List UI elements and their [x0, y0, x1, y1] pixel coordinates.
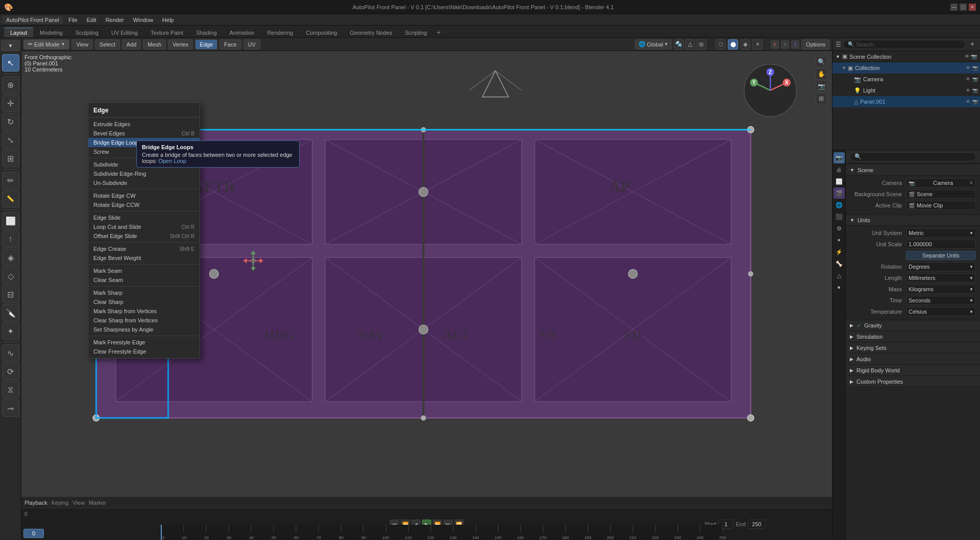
tab-animation[interactable]: Animation	[224, 28, 261, 37]
unit-system-dropdown[interactable]: Metric ▼	[906, 228, 976, 238]
tool-knife[interactable]: 🔪	[2, 304, 19, 321]
zoom-in-button[interactable]: 🔍	[816, 56, 827, 67]
minimize-button[interactable]: —	[950, 4, 958, 11]
rigid-body-header[interactable]: ▶ Rigid Body World	[846, 365, 980, 376]
props-data-icon[interactable]: △	[834, 270, 845, 281]
shading-solid[interactable]: ⬤	[728, 39, 738, 50]
tool-vertex-slide[interactable]: ⊸	[2, 400, 19, 417]
ctx-mark-sharp-from-vertices[interactable]: Mark Sharp from Vertices	[88, 307, 200, 316]
ctx-mark-seam[interactable]: Mark Seam	[88, 266, 200, 275]
axis-y[interactable]: Y	[781, 40, 789, 49]
ctx-mark-freestyle-edge[interactable]: Mark Freestyle Edge	[88, 338, 200, 347]
scene-section-label[interactable]: ▼ Scene	[846, 165, 980, 176]
props-modifier-icon[interactable]: ⚙	[834, 223, 845, 234]
bg-scene-value[interactable]: 🎬 Scene	[906, 190, 976, 199]
camera-eye[interactable]: 👁	[966, 77, 970, 82]
timeline-view-label[interactable]: View	[72, 500, 85, 506]
ctx-loop-cut[interactable]: Loop Cut and Slide Ctrl R	[88, 222, 200, 231]
face-btn[interactable]: Face	[219, 39, 241, 50]
ctx-clear-sharp[interactable]: Clear Sharp	[88, 297, 200, 307]
mode-selector[interactable]: ▼	[1, 40, 20, 51]
ctx-unsubdivide[interactable]: Un-Subdivide	[88, 178, 200, 187]
props-particles-icon[interactable]: ✦	[834, 234, 845, 246]
scene-header-search[interactable]: 🔍	[850, 152, 976, 161]
playback-label[interactable]: Playback	[24, 500, 47, 506]
outliner-item-camera[interactable]: 📷 Camera 👁 📷	[832, 74, 980, 85]
menu-help[interactable]: Help	[158, 16, 178, 24]
edge-btn[interactable]: Edge	[195, 39, 217, 50]
collection-vis-render[interactable]: 📷	[971, 54, 977, 59]
shading-rendered[interactable]: ☀	[752, 39, 763, 50]
tab-scripting[interactable]: Scripting	[399, 28, 433, 37]
ctx-clear-sharp-from-vertices[interactable]: Clear Sharp from Vertices	[88, 316, 200, 325]
temp-dropdown[interactable]: Celsius ▼	[906, 307, 976, 316]
props-physics-icon[interactable]: ⚡	[834, 246, 845, 257]
menu-window[interactable]: Window	[129, 16, 157, 24]
ctx-offset-edge-slide[interactable]: Offset Edge Slide Shift Ctrl R	[88, 231, 200, 241]
camera-view-button[interactable]: 📷	[816, 81, 827, 92]
collection-render[interactable]: 📷	[972, 65, 978, 71]
edit-mode-button[interactable]: ✏ Edit Mode ▼	[23, 39, 69, 50]
collection-eye[interactable]: 👁	[966, 65, 970, 71]
props-viewlayer-icon[interactable]: ⬜	[834, 176, 845, 187]
tab-rendering[interactable]: Rendering	[261, 28, 299, 37]
props-render-icon[interactable]: 📷	[834, 152, 845, 163]
uv-btn[interactable]: UV	[243, 39, 260, 50]
menu-file[interactable]: File	[64, 16, 82, 24]
ctx-clear-seam[interactable]: Clear Seam	[88, 275, 200, 285]
keying-sets-header[interactable]: ▶ Keying Sets	[846, 342, 980, 354]
outliner-search-box[interactable]: 🔍 Search	[843, 40, 966, 49]
ctx-extrude-edges[interactable]: Extrude Edges	[88, 120, 200, 129]
light-eye[interactable]: 👁	[966, 88, 970, 93]
grid-button[interactable]: ⊞	[816, 93, 827, 104]
simulation-header[interactable]: ▶ Simulation	[846, 331, 980, 342]
tool-annotate[interactable]: ✏	[2, 172, 19, 189]
frame-number-display[interactable]: 0	[23, 529, 44, 538]
snap-toggle[interactable]: 🔩	[674, 39, 684, 50]
add-workspace-button[interactable]: +	[433, 27, 444, 37]
tool-shrink[interactable]: ⟳	[2, 363, 19, 380]
props-constraints-icon[interactable]: 🦴	[834, 258, 845, 269]
tab-shading[interactable]: Shading	[190, 28, 223, 37]
outliner-item-panel[interactable]: △ Panel.001 👁 📷	[832, 96, 980, 107]
tool-rotate[interactable]: ↻	[2, 113, 19, 130]
tool-measure[interactable]: 📏	[2, 190, 19, 207]
menu-edit[interactable]: Edit	[83, 16, 101, 24]
tool-loop-cut[interactable]: ⊟	[2, 286, 19, 303]
light-render[interactable]: 📷	[972, 88, 978, 93]
add-btn[interactable]: Add	[122, 39, 141, 50]
tool-cursor[interactable]: ⊕	[2, 76, 19, 93]
props-world-icon[interactable]: 🌐	[834, 199, 845, 210]
transform-orientation[interactable]: 🌐 Global ▼	[635, 39, 672, 50]
gravity-header[interactable]: ▶ ✓ Gravity	[846, 320, 980, 331]
ctx-edge-bevel-weight[interactable]: Edge Bevel Weight	[88, 253, 200, 263]
tool-scale[interactable]: ⤡	[2, 131, 19, 149]
tab-sculpting[interactable]: Sculpting	[69, 28, 105, 37]
ctx-rotate-edge-cw[interactable]: Rotate Edge CW	[88, 191, 200, 200]
ctx-set-sharpness-angle[interactable]: Set Sharpness by Angle	[88, 325, 200, 334]
panel-render[interactable]: 📷	[972, 99, 978, 104]
options-button[interactable]: Options	[801, 39, 830, 50]
props-object-icon[interactable]: ⬛	[834, 211, 845, 222]
collection-vis-eye[interactable]: 👁	[965, 54, 970, 59]
tab-modeling[interactable]: Modeling	[34, 28, 69, 37]
unit-scale-value[interactable]: 1.000000	[906, 240, 976, 249]
proportional-edit[interactable]: ◎	[696, 39, 706, 50]
rotation-dropdown[interactable]: Degrees ▼	[906, 262, 976, 271]
tab-texture-paint[interactable]: Texture Paint	[144, 28, 189, 37]
close-button[interactable]: ✕	[969, 4, 976, 11]
ctx-subdivide-edge-ring[interactable]: Subdivide Edge-Ring	[88, 169, 200, 178]
menu-render[interactable]: Render	[102, 16, 128, 24]
marker-label[interactable]: Marker	[89, 500, 106, 506]
maximize-button[interactable]: □	[960, 4, 967, 11]
length-dropdown[interactable]: Millimeters ▼	[906, 273, 976, 283]
shading-wireframe[interactable]: ⬡	[716, 39, 726, 50]
outliner-filter-icon[interactable]: ▼	[968, 40, 977, 49]
ctx-clear-freestyle-edge[interactable]: Clear Freestyle Edge	[88, 347, 200, 356]
viewport-btn[interactable]: View	[71, 39, 93, 50]
hand-button[interactable]: ✋	[816, 68, 827, 80]
camera-x-btn[interactable]: ✕	[969, 180, 973, 185]
camera-value[interactable]: 📷 Camera ✕	[906, 178, 976, 187]
axis-x[interactable]: X	[771, 40, 779, 49]
vertex-btn[interactable]: Vertex	[168, 39, 193, 50]
